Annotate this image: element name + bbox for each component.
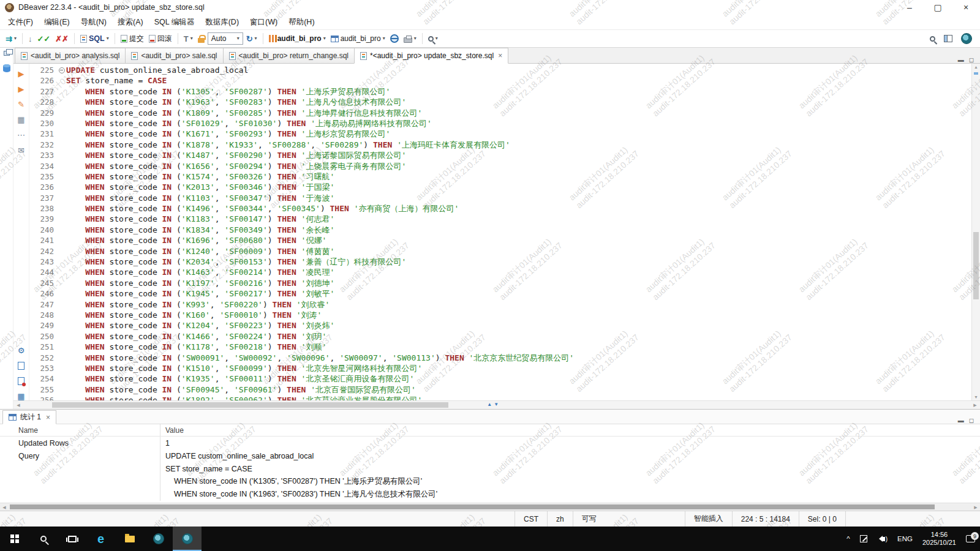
tab-close-icon[interactable]: × bbox=[498, 51, 502, 60]
perspective-button[interactable] bbox=[942, 34, 954, 43]
scroll-left-icon[interactable]: ◀ bbox=[1, 505, 7, 510]
print-button[interactable]: ▾ bbox=[402, 34, 418, 44]
network-button[interactable] bbox=[388, 33, 401, 44]
vertical-scroll-thumb[interactable] bbox=[973, 232, 979, 299]
stats-row[interactable]: Updated Rows1 bbox=[0, 437, 980, 449]
reject-button[interactable]: ✗✗ bbox=[53, 34, 70, 44]
minimize-button[interactable]: – bbox=[895, 0, 924, 15]
database-navigator-icon[interactable] bbox=[3, 64, 10, 72]
sql-menu-button[interactable]: SQL ▾ bbox=[78, 33, 111, 44]
stats-row[interactable]: WHEN store_code IN ('K1305', 'SF00287') … bbox=[0, 475, 980, 488]
editor-vertical-scrollbar[interactable]: ▲ ▼ bbox=[971, 64, 980, 400]
language-indicator[interactable]: ENG bbox=[892, 527, 918, 551]
status-language[interactable]: zh bbox=[547, 511, 573, 527]
horizontal-scroll-thumb[interactable] bbox=[52, 402, 448, 408]
volume-button[interactable]: ) bbox=[872, 527, 892, 551]
title-bar: DBeaver 22.3.4 - <audit_bi_pro> update_s… bbox=[0, 0, 980, 15]
fetch-data-button[interactable]: ↓ bbox=[26, 34, 34, 44]
execute-statement-icon[interactable]: ▶ bbox=[18, 70, 24, 78]
more-actions-icon[interactable]: ⋯ bbox=[17, 131, 25, 139]
status-insert-mode[interactable]: 智能插入 bbox=[685, 511, 732, 527]
menu-item[interactable]: 导航(N) bbox=[75, 15, 112, 29]
export-result-icon[interactable]: ✉ bbox=[18, 146, 24, 154]
settings-gear-icon[interactable]: ⚙ bbox=[18, 347, 25, 354]
fold-margin bbox=[58, 140, 66, 150]
dbeaver-taskbar-button[interactable] bbox=[173, 527, 202, 551]
close-button[interactable]: × bbox=[952, 0, 980, 15]
results-scroll-thumb[interactable] bbox=[10, 504, 935, 509]
menu-bar: 文件(F)编辑(E)导航(N)搜索(A)SQL 编辑器数据库(D)窗口(W)帮助… bbox=[0, 15, 980, 29]
pinned-app-button[interactable] bbox=[144, 527, 173, 551]
tray-expand-button[interactable]: ^ bbox=[842, 527, 854, 551]
stats-header-name[interactable]: Name bbox=[0, 424, 160, 436]
touch-keyboard-button[interactable] bbox=[855, 527, 872, 551]
dbeaver-home-button[interactable] bbox=[959, 32, 974, 45]
accept-button[interactable]: ✓✓ bbox=[35, 34, 52, 44]
schema-selector[interactable]: audit_bi_pro ▾ bbox=[329, 33, 387, 44]
scroll-right-icon[interactable]: ▶ bbox=[973, 505, 979, 510]
history-icon: ↻ bbox=[246, 35, 253, 43]
script-doc-icon[interactable] bbox=[18, 362, 24, 370]
task-view-button[interactable] bbox=[58, 527, 86, 551]
edge-button[interactable]: e bbox=[86, 527, 115, 551]
quick-search-button[interactable] bbox=[928, 35, 937, 43]
autocommit-combo[interactable]: Auto ▾ bbox=[208, 32, 243, 45]
stats-row[interactable]: WHEN store_code IN ('K1963', 'SF00283') … bbox=[0, 488, 980, 501]
menu-item[interactable]: 数据库(D) bbox=[200, 15, 244, 29]
menu-item[interactable]: 帮助(H) bbox=[283, 15, 320, 29]
search-menu-button[interactable]: ▾ bbox=[426, 35, 440, 43]
maximize-view-icon[interactable]: ◻ bbox=[969, 417, 974, 424]
menu-item[interactable]: SQL 编辑器 bbox=[149, 15, 200, 29]
sash-up-icon[interactable]: ▲ bbox=[487, 402, 492, 407]
database-selector[interactable]: audit_bi_pro ▾ bbox=[267, 33, 328, 44]
file-explorer-button[interactable] bbox=[115, 527, 144, 551]
rollback-button[interactable]: 回滚 bbox=[147, 32, 174, 45]
commit-button[interactable]: 提交 bbox=[119, 32, 146, 45]
stats-tab-close-icon[interactable]: × bbox=[46, 413, 50, 422]
script-error-doc-icon[interactable] bbox=[18, 377, 24, 385]
maximize-button[interactable]: ▢ bbox=[924, 0, 952, 15]
action-center-button[interactable]: 9 bbox=[961, 527, 980, 551]
editor-tab[interactable]: <audit_bi_pro> return_change.sql bbox=[223, 48, 355, 63]
sql-editor[interactable]: 225UPDATE custom_online_sale_abroad_loca… bbox=[29, 64, 971, 400]
result-grid-icon[interactable]: ▦ bbox=[17, 392, 24, 400]
results-horizontal-scrollbar[interactable]: ◀ ▶ bbox=[0, 503, 980, 511]
menu-item[interactable]: 搜索(A) bbox=[112, 15, 149, 29]
fold-collapse-icon[interactable] bbox=[58, 65, 66, 75]
edit-script-icon[interactable]: ✎ bbox=[18, 100, 24, 108]
execute-script-icon[interactable]: ▶ bbox=[18, 85, 24, 93]
panel-sash-arrows[interactable]: ▲▼ bbox=[487, 402, 499, 407]
stats-tab[interactable]: 统计 1 × bbox=[2, 410, 56, 424]
editor-horizontal-scrollbar[interactable]: ◀ ▲▼ ▶ bbox=[13, 400, 980, 409]
maximize-view-icon[interactable]: ◻ bbox=[969, 56, 974, 63]
menu-item[interactable]: 文件(F) bbox=[2, 15, 39, 29]
transaction-mode-button[interactable]: T ▾ bbox=[182, 34, 195, 44]
scroll-up-icon[interactable]: ▲ bbox=[972, 65, 980, 69]
editor-tab[interactable]: <audit_bi_pro> analysis.sql bbox=[15, 48, 126, 63]
new-sql-editor-button[interactable]: ⇉ ▾ bbox=[4, 34, 18, 44]
start-button[interactable] bbox=[0, 527, 29, 551]
restore-views-icon[interactable] bbox=[4, 51, 10, 56]
sash-down-icon[interactable]: ▼ bbox=[494, 402, 499, 407]
editor-tab[interactable]: <audit_bi_pro> sale.sql bbox=[125, 48, 223, 63]
menu-item[interactable]: 编辑(E) bbox=[39, 15, 75, 29]
lock-button[interactable] bbox=[196, 34, 206, 44]
minimize-view-icon[interactable]: ▬ bbox=[958, 56, 964, 63]
stats-row[interactable]: QueryUPDATE custom_online_sale_abroad_lo… bbox=[0, 449, 980, 462]
taskbar-search-button[interactable] bbox=[29, 527, 58, 551]
explain-plan-icon[interactable]: ▦ bbox=[17, 116, 24, 124]
scroll-down-icon[interactable]: ▼ bbox=[972, 395, 980, 399]
status-selection[interactable]: Sel: 0 | 0 bbox=[799, 511, 845, 527]
status-caret-position[interactable]: 224 : 5 : 14184 bbox=[732, 511, 799, 527]
menu-item[interactable]: 窗口(W) bbox=[244, 15, 283, 29]
taskbar-clock[interactable]: 14:56 2025/10/21 bbox=[918, 531, 961, 547]
editor-tab[interactable]: *<audit_bi_pro> update_sbz_store.sql× bbox=[354, 48, 508, 64]
scroll-right-icon[interactable]: ▶ bbox=[972, 403, 978, 408]
scroll-left-icon[interactable]: ◀ bbox=[15, 403, 21, 408]
transaction-log-button[interactable]: ↻ ▾ bbox=[244, 34, 259, 44]
status-writable[interactable]: 可写 bbox=[573, 511, 605, 527]
stats-header-value[interactable]: Value bbox=[160, 424, 980, 436]
minimize-view-icon[interactable]: ▬ bbox=[958, 417, 964, 424]
stats-row[interactable]: SET store_name = CASE bbox=[0, 462, 980, 475]
status-timezone[interactable]: CST bbox=[514, 511, 547, 527]
